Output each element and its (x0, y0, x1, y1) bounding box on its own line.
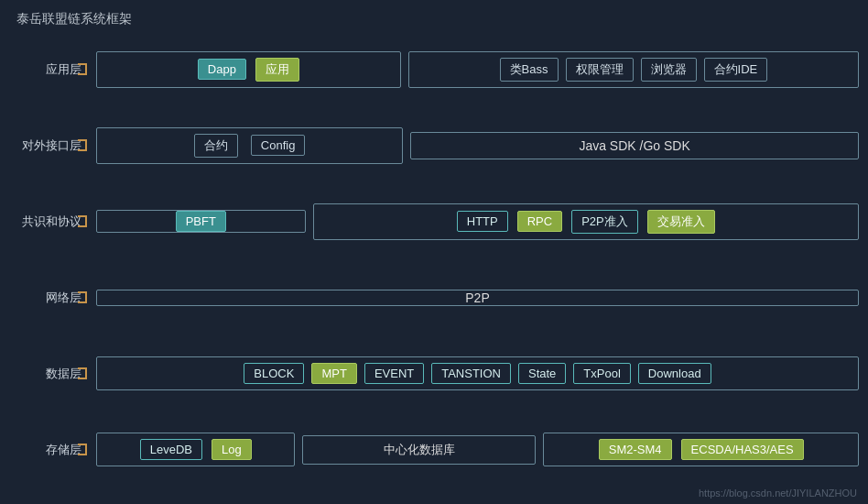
browser-box: 浏览器 (641, 58, 697, 82)
sm2sm4-box: SM2-SM4 (599, 439, 672, 460)
layer-data-label: 数据层 (9, 366, 87, 382)
p2p-full-box: P2P (96, 290, 859, 306)
iface-left-box: 合约 Config (96, 127, 403, 164)
block-box: BLOCK (244, 363, 304, 384)
layer-network-label: 网络层 (9, 290, 87, 306)
dapp-box: Dapp (198, 59, 246, 80)
app-right-box: 类Bass 权限管理 浏览器 合约IDE (408, 51, 859, 88)
contract-box: 合约 (194, 134, 238, 158)
tanstion-box: TANSTION (431, 363, 511, 384)
layer-interface: 对外接口层 合约 Config Java SDK /Go SDK (9, 111, 859, 180)
layer-consensus: 共识和协议 PBFT HTTP RPC P2P准入 交易准入 (9, 187, 859, 256)
layer-data: 数据层 BLOCK MPT EVENT TANSTION State TxPoo… (9, 339, 859, 408)
framework: 应用层 Dapp 应用 类Bass 权限管理 浏览器 合约IDE 对外接口层 合… (9, 35, 859, 484)
rpc-box: RPC (517, 211, 562, 232)
classbass-box: 类Bass (500, 58, 559, 82)
layer-interface-label: 对外接口层 (9, 137, 87, 154)
config-box: Config (251, 135, 306, 156)
bracket-data (78, 367, 87, 379)
tx-box: 交易准入 (647, 210, 715, 234)
data-items-box: BLOCK MPT EVENT TANSTION State TxPool Do… (96, 356, 859, 390)
consensus-content: PBFT HTTP RPC P2P准入 交易准入 (87, 203, 859, 240)
state-box: State (518, 363, 566, 384)
layer-network: 网络层 P2P (9, 263, 859, 332)
data-content: BLOCK MPT EVENT TANSTION State TxPool Do… (87, 356, 859, 390)
title: 泰岳联盟链系统框架 (16, 11, 132, 27)
bracket-network (78, 291, 87, 303)
permissions-box: 权限管理 (566, 58, 634, 82)
bracket-interface (78, 139, 87, 151)
event-box: EVENT (364, 363, 424, 384)
download-box: Download (638, 363, 711, 384)
log-box: Log (212, 439, 252, 460)
app-box: 应用 (255, 58, 299, 82)
http-box: HTTP (457, 211, 508, 232)
layer-app-label: 应用层 (9, 61, 87, 78)
sdk-box: Java SDK /Go SDK (410, 132, 859, 159)
layer-app: 应用层 Dapp 应用 类Bass 权限管理 浏览器 合约IDE (9, 35, 859, 104)
network-content: P2P (87, 290, 859, 306)
layer-storage: 存储层 LeveDB Log 中心化数据库 SM2-SM4 ECSDA/HAS3… (9, 415, 859, 484)
ecsda-box: ECSDA/HAS3/AES (681, 439, 804, 460)
app-left-box: Dapp 应用 (96, 51, 401, 88)
layer-storage-label: 存储层 (9, 442, 87, 458)
app-content: Dapp 应用 类Bass 权限管理 浏览器 合约IDE (87, 51, 859, 88)
txpool-box: TxPool (573, 363, 630, 384)
bracket-consensus (78, 215, 87, 227)
contractide-box: 合约IDE (704, 58, 768, 82)
mpt-box: MPT (311, 363, 356, 384)
layer-consensus-label: 共识和协议 (9, 214, 87, 230)
storage-right-box: SM2-SM4 ECSDA/HAS3/AES (543, 433, 859, 466)
interface-content: 合约 Config Java SDK /Go SDK (87, 127, 859, 164)
p2p-box: P2P准入 (571, 210, 638, 234)
pbft-box: PBFT (176, 211, 226, 232)
consensus-right-box: HTTP RPC P2P准入 交易准入 (313, 203, 859, 240)
bracket-storage (78, 444, 87, 455)
watermark: https://blog.csdn.net/JIYILANZHOU (699, 488, 857, 499)
bracket-app (78, 63, 87, 75)
centralized-db-box: 中心化数据库 (302, 435, 536, 465)
levedb-box: LeveDB (140, 439, 202, 460)
storage-left-box: LeveDB Log (96, 433, 295, 466)
storage-content: LeveDB Log 中心化数据库 SM2-SM4 ECSDA/HAS3/AES (87, 433, 859, 466)
pbft-outer-box: PBFT (96, 210, 306, 233)
